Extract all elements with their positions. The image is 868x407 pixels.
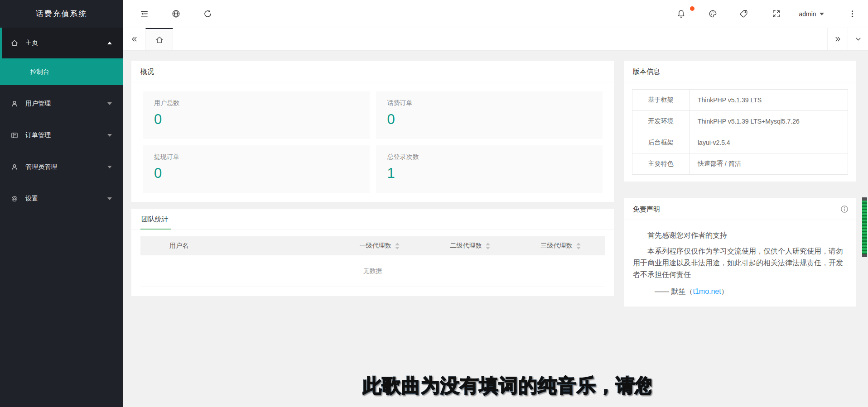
- app-root: 话费充值系统 主页 控制台 用户管理: [0, 0, 868, 407]
- version-key: 后台框架: [632, 132, 690, 153]
- refresh-icon[interactable]: [196, 0, 219, 28]
- sidebar-item-admins[interactable]: 管理员管理: [0, 151, 123, 183]
- scrollbar-thumb[interactable]: [862, 197, 867, 257]
- team-table: 用户名 一级代理数 二级代理数 三级代理数 无数据: [140, 236, 605, 287]
- sidebar-item-label: 主页: [25, 39, 38, 47]
- sidebar-item-console[interactable]: 控制台: [0, 58, 123, 85]
- sidebar-item-label: 用户管理: [25, 100, 51, 108]
- chevron-down-icon: [107, 166, 112, 168]
- table-row: 基于框架 ThinkPHP v5.1.39 LTS: [632, 90, 848, 111]
- collapse-menu-icon[interactable]: [133, 0, 155, 28]
- scroll-right-icon[interactable]: [827, 28, 848, 50]
- stat-value: 0: [154, 165, 358, 182]
- stat-label: 话费订单: [387, 99, 592, 107]
- stat-label: 总登录次数: [387, 153, 592, 161]
- disclaimer-body: 首先感谢您对作者的支持 本系列程序仅仅作为学习交流使用，仅供个人研究使用，请勿用…: [624, 220, 856, 306]
- user-icon: [10, 100, 19, 108]
- disclaimer-card: 免责声明 首先感谢您对作者的支持 本系列程序仅仅作为学习交流使用，仅供个人研究使…: [624, 198, 856, 306]
- sidebar-nav: 主页 控制台 用户管理: [0, 28, 123, 215]
- disclaimer-text: 本系列程序仅仅作为学习交流使用，仅供个人研究使用，请勿用于商业用途以及非法用途，…: [633, 245, 847, 281]
- top-header: admin: [123, 0, 868, 28]
- team-table-header: 用户名 一级代理数 二级代理数 三级代理数: [140, 236, 605, 255]
- notification-badge: [690, 6, 694, 11]
- col-level3-agents: 三级代理数: [516, 242, 605, 250]
- table-row: 后台框架 layui-v2.5.4: [632, 132, 848, 153]
- chevron-down-icon: [107, 197, 112, 200]
- stat-label: 提现订单: [154, 153, 358, 161]
- version-table: 基于框架 ThinkPHP v5.1.39 LTS 开发环境 ThinkPHP …: [632, 89, 848, 175]
- stat-value: 0: [154, 111, 358, 128]
- stat-recharge-orders: 话费订单 0: [376, 91, 603, 139]
- gear-icon: [10, 195, 19, 203]
- table-row: 开发环境 ThinkPHP v5.1.39 LTS+Mysql5.7.26: [632, 111, 848, 132]
- sort-icon[interactable]: [576, 243, 581, 249]
- tab-home[interactable]: [145, 28, 173, 50]
- order-icon: [10, 131, 19, 139]
- col-username: 用户名: [140, 242, 336, 250]
- disclaimer-signature: —— 默笙（t1mo.net）: [633, 286, 847, 297]
- table-row: 主要特色 快速部署 / 简洁: [632, 153, 848, 175]
- version-title: 版本信息: [624, 61, 856, 82]
- fullscreen-icon[interactable]: [765, 0, 787, 28]
- stat-total-users: 用户总数 0: [143, 91, 370, 139]
- main-content: 概况 用户总数 0 话费订单 0 提现订单 0 总登录次数 1: [123, 51, 868, 407]
- stat-value: 1: [387, 165, 592, 182]
- disclaimer-header: 免责声明: [624, 198, 856, 220]
- stat-withdraw-orders: 提现订单 0: [143, 145, 370, 193]
- version-value: ThinkPHP v5.1.39 LTS+Mysql5.7.26: [690, 111, 848, 132]
- version-value: ThinkPHP v5.1.39 LTS: [690, 90, 848, 111]
- app-logo: 话费充值系统: [0, 0, 123, 28]
- col-level2-agents: 二级代理数: [424, 242, 516, 250]
- home-tab-icon: [155, 35, 164, 44]
- admin-user-icon: [10, 163, 19, 171]
- karaoke-subtitle: 此歌曲为没有填词的纯音乐，请您欣赏: [362, 373, 651, 401]
- user-menu[interactable]: admin: [791, 0, 832, 28]
- sort-icon[interactable]: [486, 243, 490, 249]
- tab-team-stats[interactable]: 团队统计: [140, 215, 171, 230]
- team-stats-card: 团队统计 用户名 一级代理数 二级代理数 三级代理数: [131, 209, 614, 296]
- stat-value: 0: [387, 111, 592, 128]
- overview-title: 概况: [131, 61, 614, 82]
- info-icon[interactable]: [840, 205, 849, 214]
- author-link[interactable]: t1mo.net: [693, 287, 721, 295]
- sidebar-item-label: 管理员管理: [25, 163, 57, 171]
- sidebar-item-label: 订单管理: [25, 131, 51, 139]
- empty-table-message: 无数据: [140, 255, 605, 287]
- col-level1-agents: 一级代理数: [336, 242, 424, 250]
- sidebar: 话费充值系统 主页 控制台 用户管理: [0, 0, 123, 407]
- version-value: 快速部署 / 简洁: [690, 153, 848, 175]
- palette-icon[interactable]: [701, 0, 724, 28]
- tab-menu-down-icon[interactable]: [848, 28, 868, 50]
- sidebar-item-label: 设置: [25, 195, 38, 203]
- stat-label: 用户总数: [154, 99, 358, 107]
- chevron-down-icon: [107, 102, 112, 105]
- stat-grid: 用户总数 0 话费订单 0 提现订单 0 总登录次数 1: [131, 82, 614, 202]
- version-key: 主要特色: [632, 153, 690, 175]
- tag-icon[interactable]: [732, 0, 755, 28]
- stat-total-logins: 总登录次数 1: [376, 145, 603, 193]
- version-key: 开发环境: [632, 111, 690, 132]
- scroll-left-icon[interactable]: [123, 28, 145, 50]
- disclaimer-title: 免责声明: [633, 205, 660, 213]
- chevron-up-icon: [107, 42, 112, 44]
- sidebar-item-users[interactable]: 用户管理: [0, 88, 123, 120]
- bell-icon[interactable]: [670, 0, 692, 28]
- chevron-down-icon: [820, 13, 824, 15]
- more-dots-icon[interactable]: [842, 0, 862, 28]
- disclaimer-thanks: 首先感谢您对作者的支持: [633, 230, 847, 241]
- version-value: layui-v2.5.4: [690, 132, 848, 153]
- sidebar-child-label: 控制台: [30, 68, 49, 75]
- tab-bar: [123, 28, 868, 51]
- chevron-down-icon: [107, 134, 112, 137]
- team-stats-tab-strip: 团队统计: [131, 209, 614, 230]
- overview-card: 概况 用户总数 0 话费订单 0 提现订单 0 总登录次数 1: [131, 61, 614, 202]
- sidebar-item-home[interactable]: 主页: [0, 28, 123, 58]
- username-label: admin: [799, 10, 816, 18]
- globe-icon[interactable]: [164, 0, 187, 28]
- sidebar-item-settings[interactable]: 设置: [0, 183, 123, 215]
- sort-icon[interactable]: [395, 243, 400, 249]
- sidebar-item-orders[interactable]: 订单管理: [0, 120, 123, 151]
- sidebar-menu-group: 用户管理 订单管理 管理员管理: [0, 88, 123, 215]
- version-key: 基于框架: [632, 90, 690, 111]
- version-card: 版本信息 基于框架 ThinkPHP v5.1.39 LTS 开发环境 Thin…: [624, 61, 856, 182]
